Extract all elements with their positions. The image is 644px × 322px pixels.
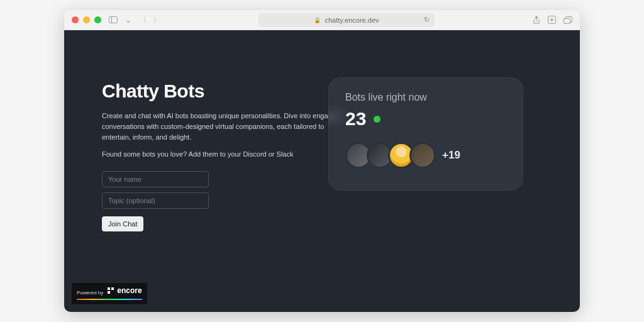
live-count-number: 23 — [345, 108, 366, 130]
forward-button[interactable]: 〉 — [153, 14, 160, 25]
minimize-window-icon[interactable] — [83, 16, 90, 23]
sidebar-toggle-icon[interactable] — [109, 16, 118, 23]
join-form: Join Chat — [102, 171, 353, 231]
svg-rect-6 — [108, 291, 110, 294]
share-icon[interactable] — [533, 16, 540, 25]
svg-rect-3 — [564, 18, 570, 23]
powered-by-badge[interactable]: Powered by encore — [72, 283, 147, 304]
page-title: Chatty Bots — [102, 80, 353, 102]
avatar-stack: +19 — [345, 142, 506, 169]
avatar-overflow-count: +19 — [442, 149, 460, 162]
page-content: Chatty Bots Create and chat with AI bots… — [64, 30, 580, 312]
encore-brand: encore — [107, 286, 142, 295]
lock-icon: 🔒 — [314, 17, 321, 23]
live-indicator-dot — [374, 116, 380, 123]
chevron-down-icon[interactable]: ⌄ — [125, 16, 131, 25]
encore-logo-icon — [107, 287, 114, 294]
maximize-window-icon[interactable] — [94, 16, 101, 23]
svg-rect-5 — [111, 287, 114, 290]
url-text: chatty.encore.dev — [325, 16, 379, 24]
back-button[interactable]: 〈 — [139, 14, 147, 25]
badge-gradient-bar — [77, 299, 142, 300]
powered-by-label: Powered by — [77, 290, 103, 296]
live-card-title: Bots live right now — [345, 92, 506, 103]
browser-titlebar: ⌄ 〈 〉 🔒 chatty.encore.dev ↻ — [64, 10, 580, 30]
tabs-icon[interactable] — [564, 16, 572, 25]
address-bar[interactable]: 🔒 chatty.encore.dev ↻ — [258, 13, 435, 27]
hero-subtext: Found some bots you love? Add them to yo… — [102, 149, 353, 160]
refresh-icon[interactable]: ↻ — [424, 16, 430, 24]
live-count-row: 23 — [345, 108, 506, 130]
new-tab-icon[interactable] — [548, 16, 556, 25]
browser-window: ⌄ 〈 〉 🔒 chatty.encore.dev ↻ — [64, 10, 580, 312]
hero-section: Chatty Bots Create and chat with AI bots… — [102, 80, 353, 231]
hero-description: Create and chat with AI bots boasting un… — [102, 111, 353, 143]
svg-rect-4 — [108, 287, 110, 290]
live-bots-card: Bots live right now 23 +19 — [328, 77, 523, 191]
window-controls — [72, 16, 101, 23]
join-chat-button[interactable]: Join Chat — [102, 216, 143, 231]
name-input[interactable] — [102, 171, 209, 187]
topic-input[interactable] — [102, 192, 209, 209]
svg-rect-0 — [109, 17, 118, 23]
close-window-icon[interactable] — [72, 16, 79, 23]
bot-avatar[interactable] — [409, 142, 436, 169]
